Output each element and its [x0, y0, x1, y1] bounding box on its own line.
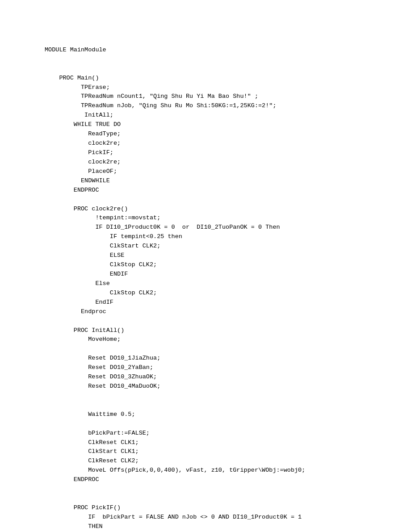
- code-line: [45, 195, 411, 205]
- code-line: ClkReset CLK1;: [45, 438, 411, 448]
- code-editor: MODULE MainModule PROC Main() TPErase; T…: [45, 27, 411, 532]
- code-line: Reset DO10_3ZhuaOK;: [45, 373, 411, 382]
- code-line: bPickPart:=FALSE;: [45, 429, 411, 438]
- code-line: Reset DO10_4MaDuoOK;: [45, 382, 411, 391]
- code-line: IF DI10_1Product0K = 0 or DI10_2TuoPanOK…: [45, 223, 411, 232]
- code-line: EndIF: [45, 298, 411, 307]
- code-line: Endproc: [45, 307, 411, 317]
- code-line: PROC clock2re(): [45, 205, 411, 214]
- code-line: clock2re;: [45, 158, 411, 167]
- code-line: IF tempint<0.25 then: [45, 232, 411, 242]
- code-line: [45, 485, 411, 494]
- code-line: PROC InitAll(): [45, 326, 411, 335]
- code-line: Reset DO10_1JiaZhua;: [45, 354, 411, 363]
- code-line: ClkStop CLK2;: [45, 260, 411, 270]
- code-line: ENDWHILE: [45, 176, 411, 186]
- code-line: ClkStart CLK1;: [45, 447, 411, 457]
- code-line: [45, 419, 411, 429]
- code-line: PickIF;: [45, 148, 411, 158]
- code-line: ENDPROC: [45, 186, 411, 195]
- code-line: InitAll;: [45, 111, 411, 120]
- code-line: [45, 317, 411, 326]
- code-line: MoveL Offs(pPick,0,0,400), vFast, z10, t…: [45, 466, 411, 475]
- code-line: MODULE MainModule: [45, 46, 411, 55]
- code-line: ENDPROC: [45, 475, 411, 485]
- code-line: Reset DO10_2YaBan;: [45, 363, 411, 373]
- code-line: Waittime 0.5;: [45, 410, 411, 419]
- code-line: ClkStop CLK2;: [45, 289, 411, 298]
- code-line: [45, 401, 411, 410]
- code-line: ELSE: [45, 251, 411, 260]
- code-line: TPReadNum nCount1, "Qing Shu Ru Yi Ma Ba…: [45, 92, 411, 101]
- code-line: clock2re;: [45, 139, 411, 148]
- code-line: THEN: [45, 522, 411, 532]
- code-line: ReadType;: [45, 130, 411, 139]
- code-line: [45, 494, 411, 503]
- code-line: [45, 391, 411, 401]
- code-line: TPReadNum nJob, "Qing Shu Ru Mo Shi:50KG…: [45, 101, 411, 111]
- code-line: PROC Main(): [45, 74, 411, 83]
- code-line: [45, 64, 411, 74]
- code-line: [45, 36, 411, 46]
- code-line: PlaceOF;: [45, 167, 411, 176]
- code-line: ClkReset CLK2;: [45, 457, 411, 466]
- code-line: MoveHome;: [45, 335, 411, 344]
- code-line: Else: [45, 279, 411, 289]
- code-line: TPErase;: [45, 83, 411, 92]
- code-line: ENDIF: [45, 270, 411, 279]
- code-line: WHILE TRUE DO: [45, 120, 411, 130]
- code-line: [45, 55, 411, 64]
- code-line: [45, 344, 411, 354]
- code-line: !tempint:=movstat;: [45, 214, 411, 223]
- code-line: IF bPickPart = FALSE AND nJob <> 0 AND D…: [45, 513, 411, 522]
- code-line: PROC PickIF(): [45, 503, 411, 513]
- code-line: [45, 27, 411, 36]
- code-line: ClkStart CLK2;: [45, 242, 411, 251]
